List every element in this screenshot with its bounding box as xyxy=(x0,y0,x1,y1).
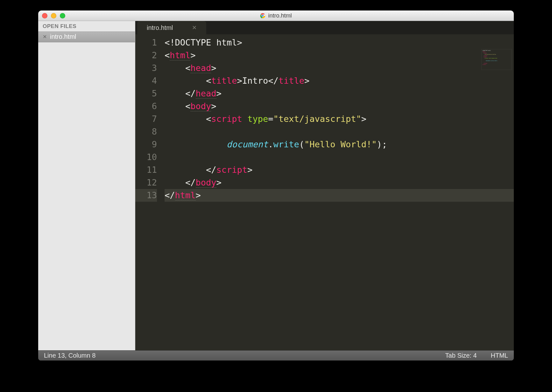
svg-point-2 xyxy=(262,15,264,17)
status-tab-size[interactable]: Tab Size: 4 xyxy=(438,352,484,359)
code-line[interactable]: </body> xyxy=(165,176,514,189)
svg-point-0 xyxy=(260,13,265,18)
sidebar: OPEN FILES ✕ intro.html xyxy=(38,21,135,350)
line-number[interactable]: 8 xyxy=(135,125,157,138)
chrome-file-icon xyxy=(260,13,265,18)
code-line[interactable]: </html> xyxy=(165,189,514,202)
code-line[interactable]: <!DOCTYPE html> xyxy=(165,36,514,49)
line-number[interactable]: 7 xyxy=(135,113,157,125)
status-position[interactable]: Line 13, Column 8 xyxy=(44,352,103,359)
traffic-lights xyxy=(42,13,65,18)
code-area[interactable]: <!DOCTYPE html><html> <head> <title>Intr… xyxy=(161,34,514,350)
code-line[interactable]: </head> xyxy=(165,87,514,100)
titlebar[interactable]: intro.html xyxy=(38,10,514,21)
tab-label: intro.html xyxy=(147,24,173,32)
line-number[interactable]: 12 xyxy=(135,176,157,189)
app-window: intro.html OPEN FILES ✕ intro.html intro… xyxy=(38,10,514,360)
code-line[interactable]: <html> xyxy=(165,49,514,62)
code-line[interactable]: <head> xyxy=(165,62,514,74)
tab-bar[interactable]: intro.html ✕ xyxy=(135,21,514,34)
line-number-gutter[interactable]: 12345678910111213 xyxy=(135,34,161,350)
line-number[interactable]: 9 xyxy=(135,138,157,151)
close-file-icon[interactable]: ✕ xyxy=(43,34,47,39)
line-number[interactable]: 13 xyxy=(135,189,157,202)
minimize-window-button[interactable] xyxy=(51,13,56,18)
minimap[interactable]: <!DOCTYPE html> <html> <head> <title>Int… xyxy=(481,49,512,70)
line-number[interactable]: 4 xyxy=(135,74,157,87)
line-number[interactable]: 10 xyxy=(135,151,157,164)
code-line[interactable]: </script> xyxy=(165,164,514,176)
status-syntax[interactable]: HTML xyxy=(484,352,508,359)
window-title-group: intro.html xyxy=(38,10,514,21)
line-number[interactable]: 11 xyxy=(135,164,157,176)
line-number[interactable]: 5 xyxy=(135,87,157,100)
line-number[interactable]: 1 xyxy=(135,36,157,49)
code-line[interactable] xyxy=(165,151,514,164)
code-line[interactable] xyxy=(165,125,514,138)
open-file-item[interactable]: ✕ intro.html xyxy=(38,32,135,42)
svg-point-1 xyxy=(262,14,264,17)
code-line[interactable]: <body> xyxy=(165,100,514,113)
code-line[interactable]: <script type="text/javascript"> xyxy=(165,113,514,125)
code-line[interactable]: document.write("Hello World!"); xyxy=(165,138,514,151)
tab-close-icon[interactable]: ✕ xyxy=(192,24,197,31)
zoom-window-button[interactable] xyxy=(60,13,65,18)
tab-intro[interactable]: intro.html ✕ xyxy=(137,21,206,34)
window-title: intro.html xyxy=(268,12,292,19)
line-number[interactable]: 2 xyxy=(135,49,157,62)
sidebar-header: OPEN FILES xyxy=(38,21,135,32)
window-body: OPEN FILES ✕ intro.html intro.html ✕ 123… xyxy=(38,21,514,350)
line-number[interactable]: 3 xyxy=(135,62,157,74)
line-number[interactable]: 6 xyxy=(135,100,157,113)
editor-pane: intro.html ✕ 12345678910111213 <!DOCTYPE… xyxy=(135,21,514,350)
editor-body[interactable]: 12345678910111213 <!DOCTYPE html><html> … xyxy=(135,34,514,350)
code-line[interactable]: <title>Intro</title> xyxy=(165,74,514,87)
status-bar: Line 13, Column 8 Tab Size: 4 HTML xyxy=(38,350,514,360)
close-window-button[interactable] xyxy=(42,13,47,18)
open-file-label: intro.html xyxy=(50,33,76,40)
